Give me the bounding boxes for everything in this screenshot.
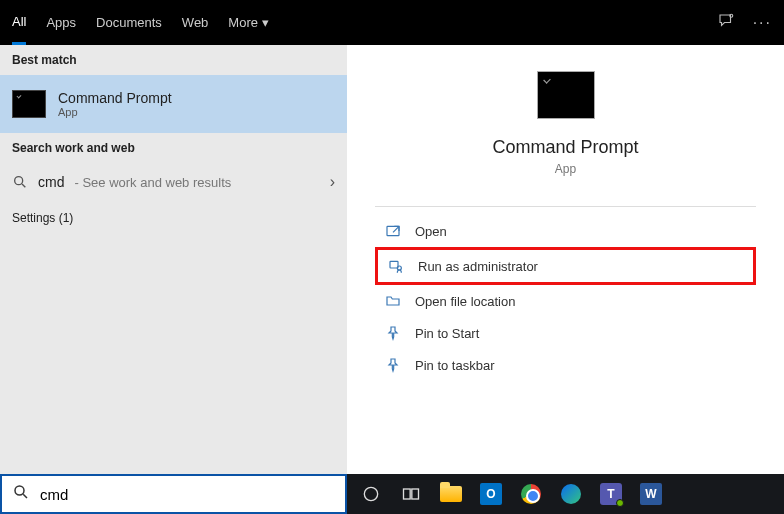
task-view-icon[interactable]: [397, 480, 425, 508]
edge-icon[interactable]: [557, 480, 585, 508]
web-query-hint: - See work and web results: [74, 175, 231, 190]
preview-panel: Command Prompt App Open Run as administr…: [347, 45, 784, 474]
svg-rect-4: [390, 261, 398, 268]
tab-more-label: More: [228, 15, 258, 30]
tab-more[interactable]: More ▾: [228, 0, 269, 45]
word-icon[interactable]: W: [637, 480, 665, 508]
action-pin-to-taskbar[interactable]: Pin to taskbar: [375, 349, 756, 381]
divider: [375, 206, 756, 207]
svg-line-7: [23, 494, 27, 498]
svg-point-6: [15, 486, 24, 495]
tab-documents[interactable]: Documents: [96, 0, 162, 45]
teams-icon[interactable]: T: [597, 480, 625, 508]
svg-rect-9: [404, 489, 411, 499]
command-prompt-icon: [12, 90, 46, 118]
svg-point-8: [364, 487, 377, 500]
svg-rect-10: [412, 489, 419, 499]
action-run-as-administrator[interactable]: Run as administrator: [375, 247, 756, 285]
best-match-result[interactable]: Command Prompt App: [0, 75, 347, 133]
search-icon: [12, 483, 30, 505]
command-prompt-icon: [537, 71, 595, 119]
svg-line-2: [22, 184, 25, 187]
settings-heading[interactable]: Settings (1): [0, 201, 347, 235]
search-input[interactable]: [40, 486, 335, 503]
results-panel: Best match Command Prompt App Search wor…: [0, 45, 347, 474]
action-open[interactable]: Open: [375, 215, 756, 247]
svg-point-1: [15, 177, 23, 185]
tab-all[interactable]: All: [12, 0, 26, 45]
svg-point-0: [729, 14, 732, 17]
open-icon: [385, 223, 401, 239]
action-label: Open: [415, 224, 447, 239]
start-search-box[interactable]: [0, 474, 347, 514]
pin-icon: [385, 357, 401, 373]
action-label: Pin to taskbar: [415, 358, 495, 373]
file-explorer-icon[interactable]: [437, 480, 465, 508]
tab-apps[interactable]: Apps: [46, 0, 76, 45]
search-icon: [12, 174, 28, 190]
outlook-icon[interactable]: O: [477, 480, 505, 508]
web-query-text: cmd: [38, 174, 64, 190]
action-label: Pin to Start: [415, 326, 479, 341]
preview-subtitle: App: [555, 162, 576, 176]
more-options-icon[interactable]: ···: [753, 14, 772, 32]
tab-web[interactable]: Web: [182, 0, 209, 45]
action-label: Open file location: [415, 294, 515, 309]
shield-person-icon: [388, 258, 404, 274]
pin-icon: [385, 325, 401, 341]
preview-title: Command Prompt: [492, 137, 638, 158]
action-pin-to-start[interactable]: Pin to Start: [375, 317, 756, 349]
search-scope-tabs: All Apps Documents Web More ▾ ···: [0, 0, 784, 45]
web-search-result[interactable]: cmd - See work and web results ›: [0, 163, 347, 201]
work-web-heading: Search work and web: [0, 133, 347, 163]
folder-icon: [385, 293, 401, 309]
chevron-right-icon: ›: [330, 173, 335, 191]
best-match-subtitle: App: [58, 106, 172, 118]
chrome-icon[interactable]: [517, 480, 545, 508]
feedback-icon[interactable]: [717, 12, 735, 34]
chevron-down-icon: ▾: [262, 15, 269, 30]
taskbar: O T W: [347, 474, 784, 514]
action-open-file-location[interactable]: Open file location: [375, 285, 756, 317]
best-match-title: Command Prompt: [58, 90, 172, 106]
action-list: Open Run as administrator Open file loca…: [375, 215, 756, 381]
best-match-heading: Best match: [0, 45, 347, 75]
cortana-icon[interactable]: [357, 480, 385, 508]
action-label: Run as administrator: [418, 259, 538, 274]
